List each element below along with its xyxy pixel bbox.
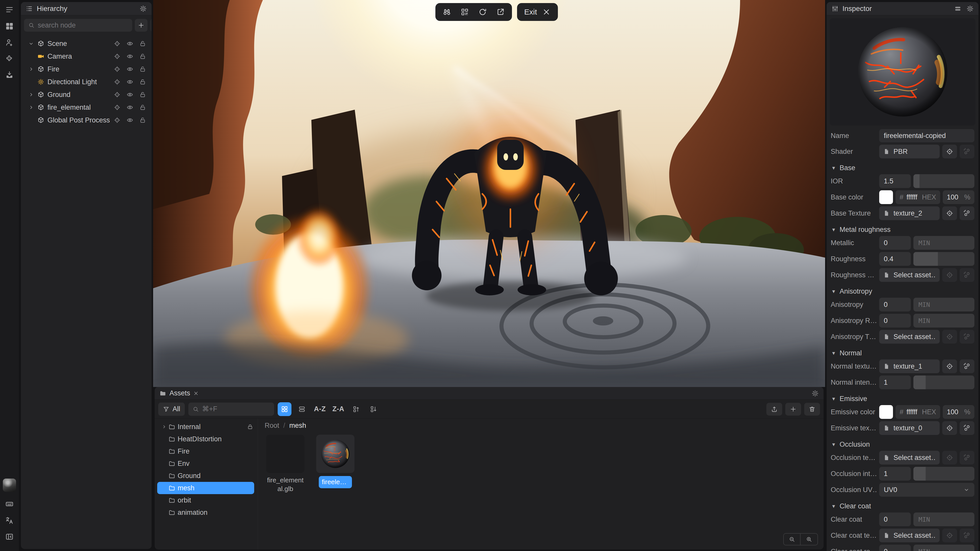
rail-plugin-button[interactable]	[3, 52, 16, 65]
rail-dashboard-button[interactable]	[3, 20, 16, 32]
focus-icon[interactable]	[114, 117, 121, 124]
assets-search-box[interactable]	[188, 403, 274, 416]
hierarchy-item-camera[interactable]: Camera	[21, 50, 151, 63]
hierarchy-search-box[interactable]	[24, 19, 132, 32]
section-anisotropy[interactable]: ▼ Anisotropy	[827, 287, 978, 295]
asset-field[interactable]: texture_1	[879, 359, 940, 373]
shader-field[interactable]: PBR	[879, 144, 940, 159]
folder-item-env[interactable]: Env	[155, 457, 258, 470]
rail-translate-button[interactable]	[3, 514, 16, 527]
locate-asset-button[interactable]	[942, 359, 957, 373]
unlock-icon[interactable]	[139, 40, 146, 47]
close-tab-icon[interactable]	[193, 391, 199, 396]
chevron-right-icon[interactable]	[28, 66, 36, 72]
eye-icon[interactable]	[127, 53, 133, 60]
hierarchy-item-fire[interactable]: Fire	[21, 63, 151, 76]
locate-asset-button[interactable]	[942, 421, 957, 435]
unlock-icon[interactable]	[139, 91, 146, 98]
color-swatch[interactable]	[879, 405, 893, 419]
rail-keyboard-button[interactable]	[3, 498, 16, 510]
number-input[interactable]: 0.4	[879, 252, 911, 266]
locate-shader-button[interactable]	[942, 144, 957, 159]
eye-icon[interactable]	[127, 117, 133, 124]
value-slider[interactable]: MIN	[913, 545, 974, 551]
folder-item-internal[interactable]: Internal	[155, 421, 258, 433]
chevron-right-icon[interactable]	[28, 104, 36, 110]
close-icon[interactable]	[542, 8, 551, 16]
unlock-icon[interactable]	[139, 104, 146, 111]
qr-code-icon[interactable]	[460, 8, 469, 16]
value-slider[interactable]: MIN	[913, 513, 974, 526]
filter-button[interactable]: All	[158, 403, 185, 416]
hex-input[interactable]: # ffffff HEX	[896, 190, 940, 204]
eye-icon[interactable]	[127, 91, 133, 98]
assets-settings-gear-icon[interactable]	[811, 389, 819, 397]
focus-icon[interactable]	[114, 40, 121, 47]
value-slider[interactable]: MIN	[913, 314, 974, 327]
asset-field[interactable]: texture_2	[879, 206, 940, 220]
eye-icon[interactable]	[127, 104, 133, 111]
color-swatch[interactable]	[879, 190, 893, 204]
refresh-icon[interactable]	[478, 8, 487, 16]
folder-item-ground[interactable]: Ground	[155, 470, 258, 482]
chevron-right-icon[interactable]	[161, 424, 169, 430]
section-occlusion[interactable]: ▼ Occlusion	[827, 441, 978, 448]
sort-za-button[interactable]: Z-A	[331, 405, 346, 413]
inspector-settings-gear-icon[interactable]	[966, 5, 974, 13]
hierarchy-item-directional-light[interactable]: Directional Light	[21, 76, 151, 88]
section-clear-coat[interactable]: ▼ Clear coat	[827, 502, 978, 510]
hierarchy-item-global-post-process[interactable]: Global Post Process	[21, 114, 151, 127]
asset-field[interactable]: Select asset…	[879, 529, 940, 542]
number-input[interactable]: 1	[879, 375, 911, 389]
delete-asset-button[interactable]	[804, 403, 820, 416]
opacity-input[interactable]: 100 %	[943, 405, 974, 419]
number-input[interactable]: 0	[879, 298, 911, 311]
zoom-in-button[interactable]	[800, 534, 818, 545]
number-input[interactable]: 0	[879, 236, 911, 250]
unlink-asset-button[interactable]	[959, 330, 974, 344]
hierarchy-search-input[interactable]	[38, 21, 128, 29]
assets-search-input[interactable]	[202, 405, 270, 413]
focus-icon[interactable]	[114, 79, 121, 85]
locate-asset-button[interactable]	[942, 529, 957, 542]
section-emissive[interactable]: ▼ Emissive	[827, 395, 978, 403]
hierarchy-settings-gear-icon[interactable]	[139, 5, 147, 13]
list-view-button[interactable]	[295, 402, 309, 416]
open-external-icon[interactable]	[496, 8, 505, 16]
rail-add-user-button[interactable]	[3, 36, 16, 48]
number-input[interactable]: 1.5	[879, 174, 911, 188]
material-preview[interactable]	[830, 18, 975, 125]
asset-item-fire-elemental-glb[interactable]: fire_elemental.glb	[266, 435, 305, 493]
unlink-asset-button[interactable]	[959, 359, 974, 373]
breadcrumb-root[interactable]: Root	[265, 422, 279, 430]
add-node-button[interactable]	[135, 19, 148, 32]
locate-asset-button[interactable]	[942, 268, 957, 282]
number-input[interactable]: 0	[879, 513, 911, 526]
hierarchy-item-ground[interactable]: Ground	[21, 88, 151, 101]
unlock-icon[interactable]	[139, 79, 146, 85]
chevron-right-icon[interactable]	[28, 92, 36, 98]
asset-field[interactable]: texture_0	[879, 421, 940, 435]
focus-icon[interactable]	[114, 104, 121, 111]
folder-item-animation[interactable]: animation	[155, 507, 258, 519]
asset-thumbnail-model[interactable]	[266, 435, 304, 473]
viewport-canvas[interactable]: Exit	[153, 0, 825, 387]
value-slider[interactable]	[913, 375, 974, 389]
rows-layout-icon[interactable]	[954, 5, 962, 13]
unlink-asset-button[interactable]	[959, 268, 974, 282]
asset-thumbnail-material[interactable]	[316, 435, 355, 473]
unlink-asset-button[interactable]	[959, 421, 974, 435]
value-slider[interactable]: MIN	[913, 236, 974, 250]
unlink-shader-button[interactable]	[959, 144, 974, 159]
section-metal-roughness[interactable]: ▼ Metal roughness	[827, 226, 978, 233]
focus-icon[interactable]	[114, 66, 121, 73]
unlock-icon[interactable]	[139, 117, 146, 124]
uv-select[interactable]: UV0	[879, 483, 974, 497]
material-name-input[interactable]	[879, 129, 974, 142]
rail-menu-button[interactable]	[3, 3, 16, 16]
folder-item-fire[interactable]: Fire	[155, 445, 258, 457]
folder-item-heatdistortion[interactable]: HeatDIstortion	[155, 433, 258, 445]
tab-assets[interactable]: Assets	[159, 389, 199, 397]
asset-item-fireelemental-copied[interactable]: fireelemental-copied	[316, 435, 355, 493]
value-slider[interactable]	[913, 174, 974, 188]
